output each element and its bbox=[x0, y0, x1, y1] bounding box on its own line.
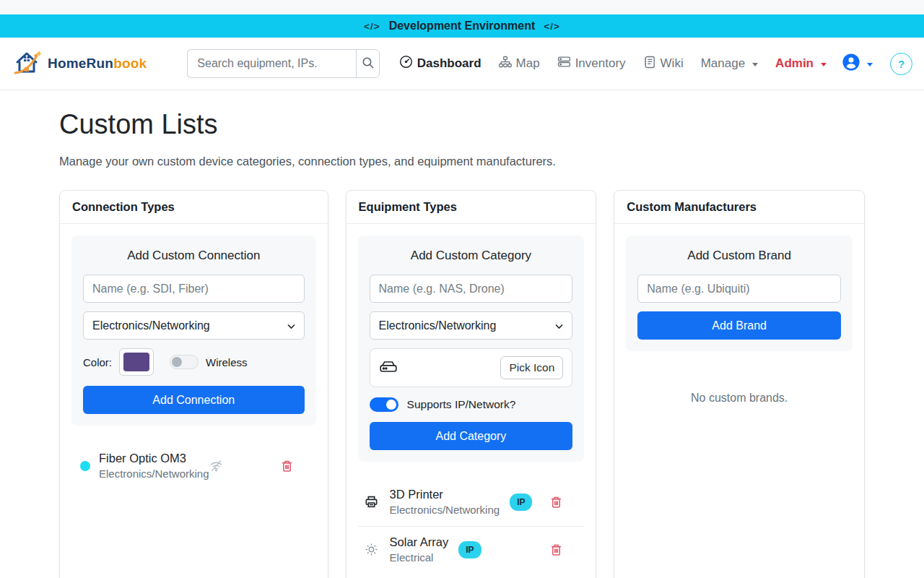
code-icon: </> bbox=[544, 21, 560, 32]
navbar-links: Dashboard Map bbox=[393, 48, 912, 79]
nav-label: Wiki bbox=[661, 56, 684, 71]
connection-name-input[interactable] bbox=[83, 275, 305, 303]
icon-picker-row: Pick Icon bbox=[370, 348, 573, 387]
nav-label: Admin bbox=[775, 56, 814, 71]
chevron-down-icon bbox=[555, 319, 563, 332]
add-connection-button[interactable]: Add Connection bbox=[83, 386, 305, 414]
equipment-card-title: Equipment Types bbox=[346, 191, 596, 224]
connection-color-picker[interactable] bbox=[119, 348, 154, 376]
no-brands-text: No custom brands. bbox=[626, 392, 853, 405]
nav-label: Map bbox=[516, 56, 540, 71]
nav-item-wiki[interactable]: Wiki bbox=[637, 50, 690, 78]
search-icon bbox=[362, 56, 375, 72]
equipment-list-item: Solar Array Electrical IP bbox=[358, 526, 585, 574]
nav-label: Manage bbox=[701, 56, 745, 71]
color-label: Color: bbox=[83, 356, 112, 368]
page-top-gap bbox=[0, 0, 924, 14]
add-connection-form: Add Custom Connection Electronics/Networ… bbox=[71, 236, 316, 426]
home-logo-icon bbox=[12, 48, 43, 79]
chevron-down-icon bbox=[752, 63, 758, 66]
ip-badge: IP bbox=[510, 493, 532, 511]
stack-icon bbox=[557, 55, 571, 72]
delete-category-button[interactable] bbox=[549, 542, 564, 558]
add-brand-form: Add Custom Brand Add Brand bbox=[626, 236, 853, 351]
code-icon: </> bbox=[364, 21, 380, 32]
chevron-down-icon bbox=[287, 319, 295, 332]
equipment-category: Electronics/Networking bbox=[390, 504, 500, 516]
color-swatch bbox=[123, 353, 149, 371]
wireless-toggle[interactable] bbox=[170, 355, 199, 369]
delete-category-button[interactable] bbox=[549, 494, 564, 510]
form-title: Add Custom Brand bbox=[637, 249, 841, 263]
trash-icon bbox=[281, 464, 293, 475]
sitemap-icon bbox=[499, 56, 512, 72]
form-title: Add Custom Category bbox=[370, 249, 573, 263]
page-subtitle: Manage your own custom device categories… bbox=[59, 155, 865, 168]
connection-types-card: Connection Types Add Custom Connection E… bbox=[59, 190, 328, 578]
search-button[interactable] bbox=[356, 49, 380, 78]
form-title: Add Custom Connection bbox=[83, 249, 305, 263]
brand-logo[interactable]: HomeRunbook bbox=[12, 48, 147, 79]
dev-environment-banner: </> Development Environment </> bbox=[0, 14, 924, 38]
journal-icon bbox=[643, 56, 656, 72]
nav-item-admin[interactable]: Admin bbox=[769, 51, 833, 77]
ip-badge: IP bbox=[458, 541, 481, 558]
wireless-label: Wireless bbox=[206, 356, 248, 368]
help-button[interactable]: ? bbox=[890, 53, 912, 75]
equipment-category: Electrical bbox=[390, 551, 449, 564]
manufacturers-card-title: Custom Manufacturers bbox=[614, 191, 864, 224]
connection-list: Fiber Optic OM3 Electronics/Networking bbox=[71, 443, 316, 490]
equipment-list: 3D Printer Electronics/Networking IP bbox=[358, 479, 585, 574]
brand-name: HomeRunbook bbox=[48, 56, 147, 72]
person-circle-icon bbox=[842, 53, 860, 74]
chevron-down-icon bbox=[867, 63, 873, 66]
equipment-types-card: Equipment Types Add Custom Category Elec… bbox=[346, 190, 597, 578]
connection-category: Electronics/Networking bbox=[99, 467, 209, 480]
equipment-name: 3D Printer bbox=[390, 488, 500, 501]
nav-item-manage[interactable]: Manage bbox=[694, 51, 764, 77]
search-input[interactable] bbox=[187, 49, 356, 78]
pick-icon-button[interactable]: Pick Icon bbox=[500, 356, 563, 379]
nav-item-map[interactable]: Map bbox=[492, 50, 546, 78]
connection-list-item: Fiber Optic OM3 Electronics/Networking bbox=[71, 443, 316, 490]
user-menu[interactable] bbox=[837, 48, 877, 79]
chevron-down-icon bbox=[821, 63, 827, 66]
equipment-name: Solar Array bbox=[390, 535, 449, 549]
add-category-form: Add Custom Category Electronics/Networki… bbox=[358, 236, 585, 462]
brand-name-input[interactable] bbox=[637, 275, 841, 303]
connection-category-select[interactable]: Electronics/Networking bbox=[83, 311, 305, 340]
trash-icon bbox=[550, 548, 562, 558]
category-parent-select[interactable]: Electronics/Networking bbox=[370, 311, 573, 340]
dev-banner-text: Development Environment bbox=[389, 20, 536, 33]
supports-ip-label: Supports IP/Network? bbox=[407, 398, 516, 411]
page-title: Custom Lists bbox=[59, 109, 865, 140]
navbar: HomeRunbook Dashboard bbox=[0, 38, 924, 90]
add-brand-button[interactable]: Add Brand bbox=[637, 311, 841, 340]
nav-label: Dashboard bbox=[417, 56, 481, 71]
delete-connection-button[interactable] bbox=[279, 458, 295, 474]
connection-color-dot bbox=[80, 461, 90, 471]
main-content: Custom Lists Manage your own custom devi… bbox=[0, 90, 924, 578]
select-value: Electronics/Networking bbox=[379, 319, 497, 332]
hdd-icon bbox=[379, 358, 398, 377]
nav-item-inventory[interactable]: Inventory bbox=[551, 49, 632, 78]
wifi-slash-icon bbox=[209, 459, 223, 473]
add-category-button[interactable]: Add Category bbox=[370, 422, 573, 450]
connection-card-title: Connection Types bbox=[60, 191, 328, 224]
nav-label: Inventory bbox=[575, 56, 626, 71]
navbar-search bbox=[187, 49, 380, 78]
connection-name: Fiber Optic OM3 bbox=[99, 452, 209, 465]
nav-item-dashboard[interactable]: Dashboard bbox=[393, 49, 488, 78]
category-name-input[interactable] bbox=[370, 275, 573, 303]
select-value: Electronics/Networking bbox=[92, 319, 210, 332]
custom-manufacturers-card: Custom Manufacturers Add Custom Brand Ad… bbox=[614, 190, 865, 578]
printer-icon bbox=[362, 495, 381, 509]
speedometer-icon bbox=[399, 55, 413, 72]
sun-icon bbox=[362, 543, 381, 556]
trash-icon bbox=[550, 500, 562, 511]
equipment-list-item: 3D Printer Electronics/Networking IP bbox=[358, 479, 585, 526]
supports-ip-toggle[interactable] bbox=[370, 397, 398, 412]
